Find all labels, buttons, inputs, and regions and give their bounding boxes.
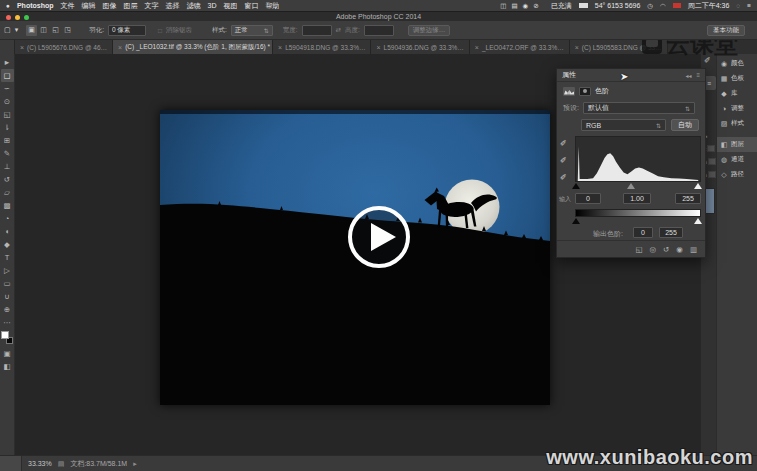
quick-mask[interactable]: ▣ (1, 347, 14, 360)
crop-tool[interactable]: ◱ (1, 108, 14, 121)
collapse-panel-icon[interactable]: ◂◂ (685, 72, 691, 79)
dodge-tool[interactable]: ◖ (1, 225, 14, 238)
menu-item-文字[interactable]: 文字 (145, 2, 159, 9)
panel-libraries[interactable]: ◆库 (717, 86, 757, 101)
path-selection-tool[interactable]: ▷ (1, 264, 14, 277)
panel-styles[interactable]: ▨样式 (717, 116, 757, 131)
antialias-checkbox[interactable]: □ (158, 27, 162, 34)
canvas-document[interactable] (160, 110, 550, 405)
output-black-slider[interactable] (572, 218, 580, 224)
input-white-value[interactable]: 255 (675, 193, 701, 204)
document-tab-5[interactable]: ×_LEO0472.ORF @ 33.3%… (470, 40, 570, 54)
output-black-value[interactable]: 0 (633, 227, 653, 238)
black-point-eyedropper-icon[interactable]: ✐ (560, 139, 567, 148)
input-language-flag-icon[interactable] (673, 3, 681, 8)
input-gamma-value[interactable]: 1.00 (623, 193, 651, 204)
healing-brush-tool[interactable]: ⊞ (1, 134, 14, 147)
wifi-icon[interactable]: ◠ (660, 2, 666, 10)
move-tool[interactable]: ► (1, 56, 14, 69)
input-white-slider[interactable] (694, 183, 702, 189)
selection-mode-1[interactable]: ▣ (26, 25, 37, 36)
document-tab-2[interactable]: ×(C) _LEO1032.tif @ 33.3% (色阶 1, 图层蒙版/16… (113, 40, 273, 54)
selection-mode-3[interactable]: ◱ (50, 25, 61, 36)
document-tab-4[interactable]: ×L5904936.DNG @ 33.3%… (371, 40, 469, 54)
shape-tool[interactable]: ▭ (1, 277, 14, 290)
layer-mask-icon[interactable] (579, 87, 591, 96)
clip-to-layer-icon[interactable]: ◱ (635, 245, 642, 254)
zoom-tool[interactable]: ⊕ (1, 303, 14, 316)
app-menu-name[interactable]: Photoshop (17, 2, 54, 9)
close-tab-icon[interactable]: × (118, 44, 122, 51)
blur-tool[interactable]: ◔ (1, 212, 14, 225)
panel-paths[interactable]: ◇路径 (717, 167, 757, 182)
input-black-slider[interactable] (572, 183, 580, 189)
visibility-icon[interactable]: ◉ (676, 245, 683, 254)
color-swatches[interactable] (1, 331, 14, 345)
input-black-value[interactable]: 0 (575, 193, 601, 204)
document-tab-1[interactable]: ×(C) L5905676.DNG @ 46… (15, 40, 113, 54)
gray-point-eyedropper-icon[interactable]: ✐ (560, 156, 567, 165)
panel-layers[interactable]: ◧图层 (717, 137, 757, 152)
eyedropper-tool[interactable]: ⇂ (1, 121, 14, 134)
status-options-arrow-icon[interactable]: ▸ (133, 460, 137, 468)
document-tab-3[interactable]: ×L5904918.DNG @ 33.3%… (273, 40, 371, 54)
zoom-level-field[interactable]: 33.33% (28, 460, 52, 467)
lasso-tool[interactable]: ∽ (1, 82, 14, 95)
panel-channels[interactable]: ◍通道 (717, 152, 757, 167)
menu-item-窗口[interactable]: 窗口 (244, 2, 258, 9)
quick-selection-tool[interactable]: ⊙ (1, 95, 14, 108)
type-tool[interactable]: T (1, 251, 14, 264)
pen-tool[interactable]: ◆ (1, 238, 14, 251)
panel-swatches[interactable]: ▦色板 (717, 71, 757, 86)
brush-tool[interactable]: ✎ (1, 147, 14, 160)
display-icon[interactable]: ▤ (511, 2, 517, 9)
panel-menu-icon[interactable]: ≡ (696, 72, 700, 79)
spaces-icon[interactable]: ◫ (500, 2, 506, 9)
close-tab-icon[interactable]: × (575, 44, 579, 51)
auto-levels-button[interactable]: 自动 (671, 119, 699, 131)
eraser-tool[interactable]: ▱ (1, 186, 14, 199)
menu-item-视图[interactable]: 视图 (223, 2, 237, 9)
width-input[interactable] (302, 25, 332, 36)
tool-preset-dropdown-icon[interactable]: ▾ (15, 26, 19, 34)
foreground-color-swatch[interactable] (1, 331, 9, 339)
reset-icon[interactable]: ↺ (663, 245, 669, 254)
gradient-tool[interactable]: ▩ (1, 199, 14, 212)
output-white-value[interactable]: 255 (659, 227, 683, 238)
menu-item-文件[interactable]: 文件 (61, 2, 75, 9)
output-white-slider[interactable] (694, 218, 702, 224)
notification-center-icon[interactable]: ≡ (747, 2, 751, 9)
marquee-tool[interactable]: ▢ (1, 69, 14, 82)
close-tab-icon[interactable]: × (475, 44, 479, 51)
menu-clock-text[interactable]: 周二下午4:36 (688, 1, 730, 11)
delete-icon[interactable]: ▥ (690, 245, 697, 254)
close-tab-icon[interactable]: × (278, 44, 282, 51)
selection-mode-2[interactable]: ◫ (38, 25, 49, 36)
swap-dimensions-icon[interactable]: ⇄ (336, 26, 341, 34)
selection-mode-4[interactable]: ◳ (62, 25, 73, 36)
panel-adjustments[interactable]: ◑调整 (717, 101, 757, 116)
apple-logo-icon[interactable]: ● (6, 2, 10, 9)
history-brush-tool[interactable]: ↺ (1, 173, 14, 186)
sync-icon[interactable]: ◉ (523, 2, 529, 9)
screen-mode[interactable]: ◧ (1, 360, 14, 373)
menu-item-3D[interactable]: 3D (208, 2, 217, 9)
properties-panel-header[interactable]: 属性 ◂◂ ≡ (557, 69, 705, 82)
white-point-eyedropper-icon[interactable]: ✐ (560, 173, 567, 182)
channel-select[interactable]: RGB ⇅ (581, 119, 666, 131)
menu-item-编辑[interactable]: 编辑 (82, 2, 96, 9)
menu-item-选择[interactable]: 选择 (166, 2, 180, 9)
height-input[interactable] (364, 25, 394, 36)
preset-select[interactable]: 默认值 ⇅ (583, 102, 695, 114)
previous-state-icon[interactable]: ◎ (650, 245, 657, 254)
close-tab-icon[interactable]: × (20, 44, 24, 51)
clock-icon[interactable]: ◷ (647, 2, 653, 10)
spotlight-search-icon[interactable]: ◌ (736, 2, 740, 9)
menu-item-图像[interactable]: 图像 (103, 2, 117, 9)
edit-toolbar[interactable]: ⋯ (1, 316, 14, 329)
menu-item-滤镜[interactable]: 滤镜 (187, 2, 201, 9)
close-tab-icon[interactable]: × (376, 44, 380, 51)
scrollbar-corner[interactable] (0, 456, 22, 471)
feather-input[interactable]: 0 像素 (108, 25, 146, 36)
clone-stamp-tool[interactable]: ⊥ (1, 160, 14, 173)
